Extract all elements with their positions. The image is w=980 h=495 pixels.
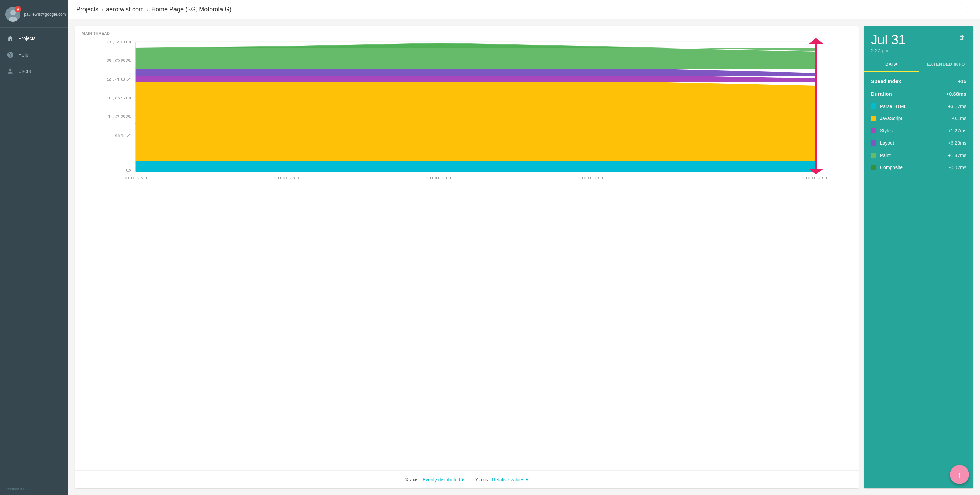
sidebar-nav: Projects Help Users <box>0 28 68 483</box>
composite-label: Composite <box>880 165 903 170</box>
styles-label: Styles <box>880 128 893 133</box>
sidebar-item-projects[interactable]: Projects <box>0 30 68 47</box>
fab-upload-button[interactable]: ↑ <box>950 465 969 484</box>
javascript-value: -0.1ms <box>952 116 966 121</box>
svg-marker-26 <box>809 38 823 44</box>
svg-marker-20 <box>135 78 816 161</box>
layout-swatch <box>871 140 877 146</box>
profile-info: paullewis@google.com ▾ <box>24 11 70 17</box>
layout-label: Layout <box>880 140 894 146</box>
sidebar-footer: Version: 0.0.62 <box>0 483 68 495</box>
info-panel: Jul 31 2:27 pm 🗑 DATA EXTENDED INFO Spee… <box>864 26 973 488</box>
svg-marker-19 <box>135 161 816 171</box>
sidebar-item-label-users: Users <box>18 68 31 74</box>
info-row-paint: Paint +1.87ms <box>864 149 973 161</box>
info-row-composite: Composite -0.02ms <box>864 161 973 174</box>
sidebar-item-users[interactable]: Users <box>0 63 68 79</box>
info-row-paint-left: Paint <box>871 152 891 158</box>
sidebar-item-help[interactable]: Help <box>0 47 68 63</box>
info-row-styles: Styles +1.27ms <box>864 125 973 137</box>
info-row-javascript: JavaScript -0.1ms <box>864 113 973 125</box>
svg-text:617: 617 <box>115 133 131 138</box>
info-row-styles-left: Styles <box>871 128 893 133</box>
info-row-layout: Layout +6.23ms <box>864 137 973 149</box>
info-date: Jul 31 <box>871 33 905 47</box>
home-icon <box>7 35 14 42</box>
breadcrumb-domain[interactable]: aerotwist.com <box>106 6 144 13</box>
x-axis-control: X-axis: Evenly distributed ▾ <box>405 476 464 483</box>
info-row-javascript-left: JavaScript <box>871 116 902 121</box>
info-row-parse-html-left: Parse HTML <box>871 103 907 109</box>
chart-visualization: 3,700 3,083 2,467 1,850 1,233 617 0 <box>82 38 852 188</box>
profile-email: paullewis@google.com <box>24 12 66 17</box>
svg-text:1,850: 1,850 <box>106 96 131 100</box>
speed-index-label: Speed Index <box>871 78 901 84</box>
parse-html-label: Parse HTML <box>880 103 907 109</box>
info-row-duration: Duration +0.68ms <box>864 87 973 100</box>
x-axis-chevron-icon: ▾ <box>461 476 464 483</box>
header-menu-button[interactable]: ⋮ <box>962 4 972 15</box>
svg-point-1 <box>10 10 16 15</box>
info-row-speed-index: Speed Index +15 <box>864 75 973 87</box>
help-icon <box>7 51 14 58</box>
y-axis-label: Y-axis: <box>475 477 489 482</box>
sidebar: A paullewis@google.com ▾ Projects Help U… <box>0 0 68 495</box>
javascript-label: JavaScript <box>880 116 902 121</box>
info-date-block: Jul 31 2:27 pm <box>871 33 905 54</box>
composite-value: -0.02ms <box>949 165 966 170</box>
parse-html-value: +3.17ms <box>948 103 966 109</box>
breadcrumb-page[interactable]: Home Page (3G, Motorola G) <box>151 6 231 13</box>
y-axis-control: Y-axis: Relative values ▾ <box>475 476 528 483</box>
parse-html-swatch <box>871 103 877 109</box>
sidebar-item-label-help: Help <box>18 52 28 57</box>
svg-text:2,467: 2,467 <box>106 77 131 82</box>
svg-text:Jul 31: Jul 31 <box>123 176 149 181</box>
speed-index-value: +15 <box>958 78 966 84</box>
layout-value: +6.23ms <box>948 140 966 146</box>
paint-value: +1.87ms <box>948 152 966 158</box>
breadcrumb-projects[interactable]: Projects <box>76 6 99 13</box>
content-area: MAIN THREAD 3,700 3,083 2,467 1,850 1,23… <box>68 19 980 495</box>
y-axis-select[interactable]: Relative values ▾ <box>492 476 528 483</box>
paint-label: Paint <box>880 152 891 158</box>
sidebar-profile: A paullewis@google.com ▾ <box>0 0 68 28</box>
composite-swatch <box>871 165 877 170</box>
info-row-layout-left: Layout <box>871 140 894 146</box>
chart-y-label: MAIN THREAD <box>82 31 852 35</box>
upload-icon: ↑ <box>958 470 962 479</box>
info-tabs: DATA EXTENDED INFO <box>864 57 973 72</box>
x-axis-label: X-axis: <box>405 477 420 482</box>
x-axis-value: Evenly distributed <box>423 477 460 482</box>
svg-text:Jul 31: Jul 31 <box>427 176 453 181</box>
svg-text:Jul 31: Jul 31 <box>803 176 829 181</box>
sidebar-item-label-projects: Projects <box>18 36 36 41</box>
person-icon <box>7 68 14 75</box>
y-axis-value: Relative values <box>492 477 524 482</box>
duration-value: +0.68ms <box>946 91 966 97</box>
info-row-parse-html: Parse HTML +3.17ms <box>864 100 973 113</box>
x-axis-select[interactable]: Evenly distributed ▾ <box>423 476 465 483</box>
breadcrumb: Projects › aerotwist.com › Home Page (3G… <box>76 6 231 13</box>
svg-text:1,233: 1,233 <box>106 115 131 119</box>
svg-text:Jul 31: Jul 31 <box>579 176 605 181</box>
breadcrumb-sep-1: › <box>101 6 103 13</box>
main-content: Projects › aerotwist.com › Home Page (3G… <box>68 0 980 495</box>
avatar: A <box>5 7 21 22</box>
info-row-composite-left: Composite <box>871 165 903 170</box>
info-delete-button[interactable]: 🗑 <box>958 33 966 43</box>
styles-swatch <box>871 128 877 133</box>
paint-swatch <box>871 152 877 158</box>
svg-text:Jul 31: Jul 31 <box>275 176 301 181</box>
svg-text:0: 0 <box>126 168 131 173</box>
breadcrumb-sep-2: › <box>146 6 149 13</box>
svg-text:3,083: 3,083 <box>106 59 131 63</box>
info-header: Jul 31 2:27 pm 🗑 <box>864 26 973 57</box>
chart-footer: X-axis: Evenly distributed ▾ Y-axis: Rel… <box>75 471 859 488</box>
chart-area: MAIN THREAD 3,700 3,083 2,467 1,850 1,23… <box>75 26 859 471</box>
info-data-rows: Speed Index +15 Duration +0.68ms Parse H… <box>864 72 973 488</box>
avatar-badge: A <box>15 6 21 12</box>
styles-value: +1.27ms <box>948 128 966 133</box>
svg-text:3,700: 3,700 <box>106 40 131 44</box>
tab-data[interactable]: DATA <box>864 57 919 72</box>
tab-extended-info[interactable]: EXTENDED INFO <box>919 57 973 72</box>
